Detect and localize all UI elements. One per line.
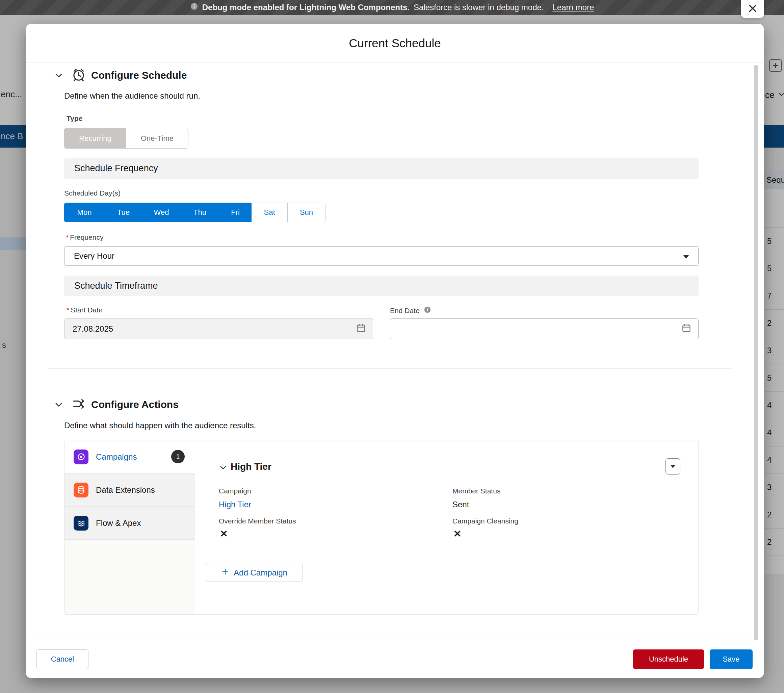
unschedule-button[interactable]: Unschedule bbox=[633, 649, 704, 669]
alarm-clock-icon bbox=[71, 67, 86, 84]
tab-campaigns[interactable]: Campaigns 1 bbox=[64, 441, 195, 474]
day-button-tue[interactable]: Tue bbox=[104, 203, 142, 222]
start-date-input[interactable]: 27.08.2025 bbox=[64, 318, 373, 339]
day-button-fri[interactable]: Fri bbox=[219, 203, 252, 222]
end-date-input[interactable] bbox=[390, 318, 698, 339]
tab-flow-apex[interactable]: Flow & Apex bbox=[64, 507, 195, 540]
required-asterisk: * bbox=[66, 233, 69, 241]
scheduled-days-group: Mon Tue Wed Thu Fri Sat Sun bbox=[64, 203, 326, 222]
required-asterisk: * bbox=[66, 306, 69, 314]
tab-data-extensions[interactable]: Data Extensions bbox=[64, 474, 195, 507]
tab-flow-apex-label: Flow & Apex bbox=[96, 518, 141, 528]
campaign-card: High Tier Campaign High Tier Member Stat… bbox=[196, 441, 698, 614]
override-member-status-cross: ✕ bbox=[220, 528, 227, 540]
chevron-down-icon[interactable] bbox=[219, 463, 227, 473]
day-button-thu[interactable]: Thu bbox=[180, 203, 219, 222]
type-one-time-button[interactable]: One-Time bbox=[126, 128, 188, 148]
member-status-value: Sent bbox=[453, 500, 469, 509]
campaign-cleansing-cross: ✕ bbox=[453, 528, 461, 540]
plus-icon bbox=[221, 568, 229, 578]
cancel-button[interactable]: Cancel bbox=[36, 649, 89, 669]
schedule-subtitle: Define when the audience should run. bbox=[64, 91, 200, 101]
member-status-label: Member Status bbox=[453, 487, 501, 495]
modal-footer: Cancel Unschedule Save bbox=[26, 640, 764, 678]
frequency-label: *Frequency bbox=[66, 233, 103, 241]
day-button-mon[interactable]: Mon bbox=[64, 203, 105, 222]
current-schedule-modal: Current Schedule Configure Schedule Defi… bbox=[26, 24, 764, 678]
start-date-label-text: Start Date bbox=[71, 306, 103, 314]
actions-flow-icon bbox=[71, 396, 86, 413]
database-icon bbox=[74, 483, 89, 497]
type-recurring-button[interactable]: Recurring bbox=[64, 128, 126, 148]
menu-caret-icon bbox=[670, 464, 675, 469]
schedule-timeframe-section-header: Schedule Timeframe bbox=[64, 276, 698, 296]
chevron-down-icon[interactable] bbox=[54, 400, 63, 411]
debug-banner: Debug mode enabled for Lightning Web Com… bbox=[0, 0, 784, 15]
day-button-sat[interactable]: Sat bbox=[251, 203, 288, 222]
end-date-label: End Date bbox=[390, 306, 431, 315]
campaign-field-label: Campaign bbox=[219, 487, 251, 495]
add-campaign-label: Add Campaign bbox=[234, 568, 287, 578]
schedule-frequency-section-header: Schedule Frequency bbox=[64, 158, 698, 179]
save-button[interactable]: Save bbox=[710, 649, 753, 669]
end-date-label-text: End Date bbox=[390, 307, 420, 315]
campaign-cleansing-label: Campaign Cleansing bbox=[453, 517, 518, 525]
modal-header: Current Schedule bbox=[26, 24, 764, 63]
select-caret-icon bbox=[684, 251, 689, 261]
actions-panel: Campaigns 1 Data Extensions Flow & Ape bbox=[64, 440, 698, 615]
info-icon[interactable] bbox=[424, 306, 431, 315]
section-divider bbox=[48, 368, 732, 369]
day-button-wed[interactable]: Wed bbox=[142, 203, 181, 222]
campaign-field-value-link[interactable]: High Tier bbox=[219, 500, 251, 509]
configure-actions-heading: Configure Actions bbox=[91, 399, 179, 410]
start-date-value: 27.08.2025 bbox=[72, 324, 113, 334]
type-segmented-control: Recurring One-Time bbox=[64, 128, 188, 148]
tab-campaigns-label: Campaigns bbox=[96, 452, 137, 462]
campaigns-count-badge: 1 bbox=[171, 450, 185, 464]
actions-tabs: Campaigns 1 Data Extensions Flow & Ape bbox=[64, 441, 195, 614]
banner-learn-more-link[interactable]: Learn more bbox=[553, 3, 594, 12]
modal-title: Current Schedule bbox=[349, 36, 441, 50]
modal-scrollbar[interactable] bbox=[754, 65, 758, 643]
frequency-label-text: Frequency bbox=[70, 233, 103, 241]
banner-close-button[interactable] bbox=[741, 0, 764, 18]
day-button-sun[interactable]: Sun bbox=[287, 203, 326, 222]
type-label: Type bbox=[66, 114, 82, 122]
frequency-selected-value: Every Hour bbox=[74, 251, 114, 261]
override-member-status-label: Override Member Status bbox=[219, 517, 296, 525]
banner-bold-text: Debug mode enabled for Lightning Web Com… bbox=[202, 3, 410, 12]
add-campaign-button[interactable]: Add Campaign bbox=[206, 564, 303, 582]
chevron-down-icon[interactable] bbox=[54, 71, 63, 81]
page: enc... nce B s + ce Seque 5 5 7 2 3 5 4 … bbox=[0, 0, 784, 693]
modal-body: Configure Schedule Define when the audie… bbox=[26, 63, 764, 640]
close-icon bbox=[747, 3, 758, 15]
frequency-select[interactable]: Every Hour bbox=[64, 246, 698, 266]
campaign-card-title: High Tier bbox=[231, 461, 272, 472]
scheduled-days-label: Scheduled Day(s) bbox=[64, 189, 120, 197]
campaign-menu-button[interactable] bbox=[665, 458, 680, 475]
calendar-icon[interactable] bbox=[356, 323, 366, 335]
start-date-label: *Start Date bbox=[66, 306, 103, 314]
info-icon bbox=[190, 2, 198, 13]
tab-data-extensions-label: Data Extensions bbox=[96, 485, 155, 495]
configure-schedule-heading: Configure Schedule bbox=[91, 69, 187, 81]
actions-subtitle: Define what should happen with the audie… bbox=[64, 421, 256, 430]
banner-text: Salesforce is slower in debug mode. bbox=[413, 3, 544, 12]
campaigns-bullseye-icon bbox=[74, 449, 89, 464]
flow-waves-icon bbox=[74, 516, 89, 531]
calendar-icon[interactable] bbox=[681, 323, 692, 335]
